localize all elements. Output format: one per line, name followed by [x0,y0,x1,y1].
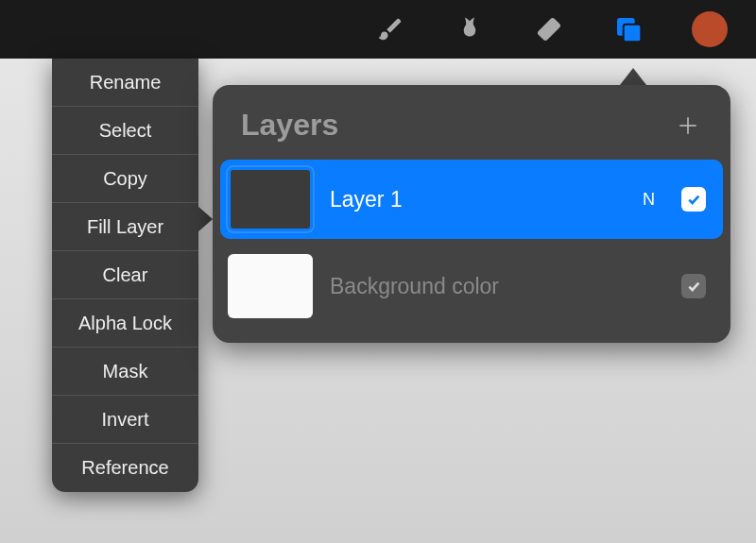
layer-row[interactable]: Layer 1 N [220,160,723,239]
eraser-icon[interactable] [533,13,565,45]
top-toolbar [0,0,756,59]
layers-title: Layers [241,108,338,143]
layer-context-menu: Rename Select Copy Fill Layer Clear Alph… [52,59,198,492]
context-menu-pointer [198,206,213,232]
layers-header: Layers [213,85,730,160]
blend-mode-indicator[interactable]: N [643,190,655,210]
layers-panel: Layers Layer 1 N Background color [213,85,730,343]
context-alpha-lock[interactable]: Alpha Lock [52,299,198,348]
context-copy[interactable]: Copy [52,155,198,203]
context-rename[interactable]: Rename [52,59,198,107]
layer-row-background[interactable]: Background color [220,246,723,326]
add-layer-button[interactable] [674,111,702,140]
context-label: Alpha Lock [78,313,172,334]
context-label: Copy [103,168,147,190]
layer-name: Background color [330,274,664,299]
brush-icon[interactable] [374,13,406,45]
visibility-checkbox[interactable] [681,187,706,212]
svg-rect-1 [624,25,642,42]
context-reference[interactable]: Reference [52,444,198,492]
layers-icon[interactable] [612,13,644,45]
visibility-checkbox[interactable] [681,274,706,298]
layer-name: Layer 1 [330,187,626,212]
context-fill-layer[interactable]: Fill Layer [52,203,198,251]
smudge-icon[interactable] [454,13,486,45]
context-clear[interactable]: Clear [52,251,198,299]
color-swatch[interactable] [692,11,728,47]
context-select[interactable]: Select [52,107,198,155]
context-label: Reference [81,457,168,479]
layer-thumbnail [228,254,313,318]
layers-panel-pointer [620,68,646,85]
context-mask[interactable]: Mask [52,348,198,396]
context-label: Select [99,120,152,142]
layer-thumbnail [228,167,313,231]
context-label: Mask [103,361,148,382]
context-label: Rename [90,72,162,93]
context-invert[interactable]: Invert [52,396,198,444]
context-label: Invert [101,409,148,431]
context-label: Clear [103,264,148,286]
context-label: Fill Layer [87,216,163,238]
